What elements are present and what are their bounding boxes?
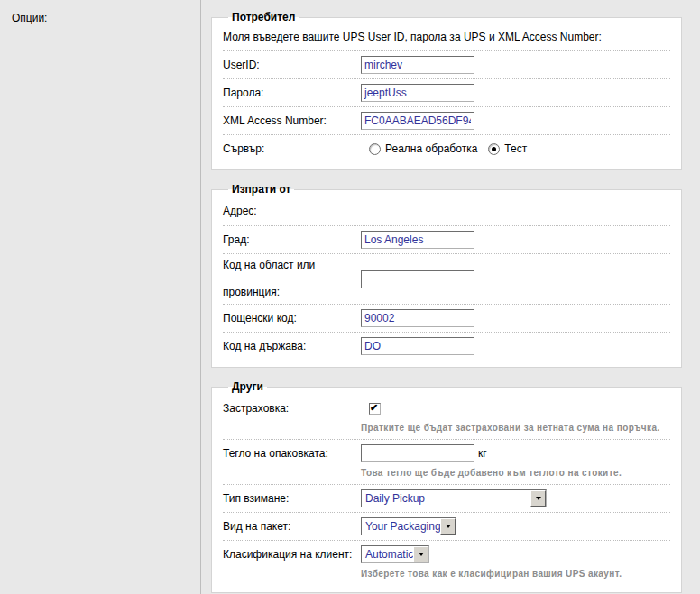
shipfrom-section: Изпрати от Адрес: Град: Код на област ил…: [211, 183, 682, 368]
pickup-type-select[interactable]: Daily Pickup: [361, 489, 547, 507]
insurance-hint: Пратките ще бъдат застраховани за нетнат…: [361, 423, 670, 433]
country-row: Код на държава:: [223, 333, 670, 360]
package-weight-label: Тегло на опаковката:: [223, 447, 361, 461]
userid-row: UserID:: [223, 51, 670, 79]
country-input[interactable]: [361, 337, 474, 355]
customer-classification-value: Automatic: [362, 546, 413, 562]
address-label: Адрес:: [223, 205, 361, 218]
customer-classification-hint: Изберете това как е класифициран вашия U…: [361, 569, 670, 579]
city-row: Град:: [223, 226, 670, 254]
password-label: Парола:: [223, 87, 361, 100]
other-section: Други Застраховка: Пратките ще бъдат зас…: [211, 380, 682, 593]
userid-label: UserID:: [223, 59, 361, 72]
insurance-label: Застраховка:: [223, 402, 361, 416]
chevron-down-icon: [419, 553, 424, 556]
server-test-radio[interactable]: [488, 143, 500, 155]
state-label: Код на област или провинция:: [223, 259, 361, 299]
customer-classification-row: Класификация на клиент: Automatic Избере…: [223, 541, 670, 585]
userid-input[interactable]: [361, 56, 474, 74]
customer-classification-label: Класификация на клиент:: [223, 548, 361, 562]
city-input[interactable]: [361, 231, 474, 249]
weight-unit-label: кг: [478, 447, 487, 460]
xml-access-input[interactable]: [361, 112, 474, 130]
customer-classification-dropdown-button[interactable]: [413, 546, 428, 562]
user-section: Потребител Моля въведете вашите UPS User…: [211, 11, 682, 170]
chevron-down-icon: [536, 497, 541, 500]
state-input[interactable]: [361, 270, 474, 288]
postcode-label: Пощенски код:: [223, 312, 361, 325]
pickup-type-label: Тип взимане:: [223, 492, 361, 506]
pickup-type-value: Daily Pickup: [362, 490, 530, 507]
country-label: Код на държава:: [223, 340, 361, 353]
settings-panel: Потребител Моля въведете вашите UPS User…: [211, 0, 682, 594]
xml-access-row: XML Access Number:: [223, 107, 670, 135]
server-test-radio-label: Тест: [504, 142, 527, 155]
pickup-type-row: Тип взимане: Daily Pickup: [223, 485, 670, 513]
xml-access-label: XML Access Number:: [223, 114, 361, 128]
package-type-select[interactable]: Your Packaging: [361, 517, 456, 535]
server-live-radio-label: Реална обработка: [385, 142, 477, 155]
postcode-row: Пощенски код:: [223, 305, 670, 333]
server-label: Сървър:: [223, 142, 361, 156]
user-intro-row: Моля въведете вашите UPS User ID, парола…: [223, 25, 670, 51]
sidebar-divider: [200, 0, 201, 594]
state-label-line1: Код на област или: [223, 259, 315, 271]
shipfrom-section-legend: Изпрати от: [228, 183, 294, 196]
package-type-value: Your Packaging: [362, 518, 440, 535]
server-row: Сървър: Реална обработка Тест: [223, 135, 670, 162]
state-label-line2: провинция:: [223, 286, 280, 298]
state-row: Код на област или провинция:: [223, 254, 670, 305]
other-section-legend: Други: [228, 380, 267, 393]
address-row: Адрес:: [223, 197, 670, 226]
insurance-row: Застраховка: Пратките ще бъдат застрахов…: [223, 395, 670, 440]
server-live-radio[interactable]: [369, 143, 381, 155]
package-weight-hint: Това тегло ще бъде добавено към теглото …: [361, 468, 670, 478]
chevron-down-icon: [446, 525, 451, 528]
user-intro-text: Моля въведете вашите UPS User ID, парола…: [223, 31, 602, 43]
password-input[interactable]: [361, 84, 474, 102]
package-weight-row: Тегло на опаковката: кг Това тегло ще бъ…: [223, 440, 670, 485]
password-row: Парола:: [223, 79, 670, 107]
options-sidebar-label: Опции:: [12, 12, 47, 24]
city-label: Град:: [223, 233, 361, 247]
user-section-legend: Потребител: [228, 11, 299, 23]
package-type-dropdown-button[interactable]: [440, 518, 456, 535]
insurance-checkbox[interactable]: [369, 403, 381, 415]
package-weight-input[interactable]: [361, 444, 474, 462]
pickup-type-dropdown-button[interactable]: [530, 490, 546, 507]
package-type-row: Вид на пакет: Your Packaging: [223, 513, 670, 541]
postcode-input[interactable]: [361, 309, 474, 327]
customer-classification-select[interactable]: Automatic: [361, 545, 429, 563]
package-type-label: Вид на пакет:: [223, 520, 361, 534]
